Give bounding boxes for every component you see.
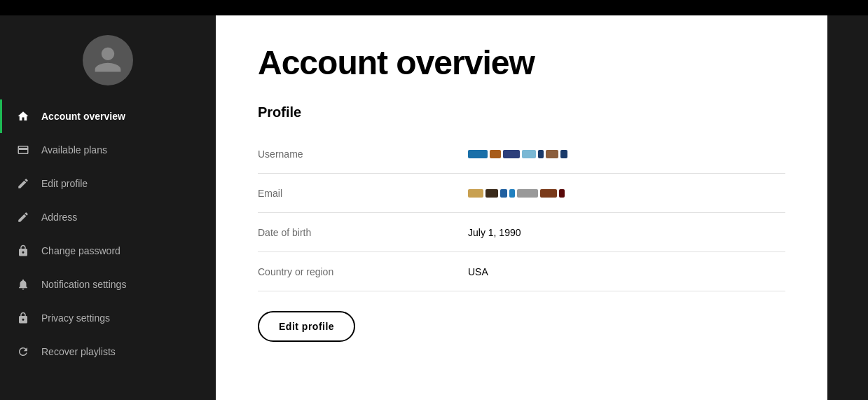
sidebar-item-label: Recover playlists — [41, 346, 116, 357]
email-redacted — [468, 189, 785, 198]
sidebar: Account overview Available plans Edit pr… — [0, 0, 216, 400]
card-icon — [16, 143, 30, 157]
top-bar — [0, 0, 868, 15]
sidebar-item-address[interactable]: Address — [0, 200, 216, 234]
country-row: Country or region USA — [258, 252, 785, 291]
sidebar-item-edit-profile[interactable]: Edit profile — [0, 167, 216, 200]
avatar — [83, 35, 133, 85]
redacted-block — [540, 189, 557, 198]
sidebar-item-label: Change password — [41, 245, 120, 256]
sidebar-item-available-plans[interactable]: Available plans — [0, 133, 216, 167]
dob-value: July 1, 1990 — [468, 227, 785, 238]
redacted-block — [538, 150, 544, 158]
email-value — [468, 189, 785, 198]
sidebar-item-recover-playlists[interactable]: Recover playlists — [0, 335, 216, 368]
address-pen-icon — [16, 210, 30, 224]
edit-profile-button[interactable]: Edit profile — [258, 311, 355, 342]
redacted-block — [503, 150, 520, 158]
sidebar-item-label: Privacy settings — [41, 312, 110, 324]
redacted-block — [546, 150, 558, 158]
dob-label: Date of birth — [258, 227, 468, 238]
sidebar-navigation: Account overview Available plans Edit pr… — [0, 99, 216, 368]
privacy-lock-icon — [16, 311, 30, 325]
user-icon — [92, 45, 123, 76]
redacted-block — [500, 189, 507, 198]
email-row: Email — [258, 174, 785, 213]
country-label: Country or region — [258, 266, 468, 277]
right-panel — [827, 15, 868, 400]
redacted-block — [485, 189, 498, 198]
redacted-block — [522, 150, 536, 158]
sidebar-item-account-overview[interactable]: Account overview — [0, 99, 216, 133]
country-value: USA — [468, 266, 785, 277]
sidebar-item-change-password[interactable]: Change password — [0, 234, 216, 268]
sidebar-item-notification-settings[interactable]: Notification settings — [0, 268, 216, 301]
redacted-block — [559, 189, 565, 198]
sidebar-item-privacy-settings[interactable]: Privacy settings — [0, 301, 216, 335]
username-row: Username — [258, 135, 785, 174]
sidebar-item-label: Edit profile — [41, 178, 88, 189]
username-label: Username — [258, 149, 468, 160]
redacted-block — [468, 189, 483, 198]
lock-icon — [16, 244, 30, 258]
redacted-block — [517, 189, 538, 198]
username-value — [468, 150, 785, 158]
sidebar-item-label: Available plans — [41, 144, 107, 156]
sidebar-item-label: Notification settings — [41, 279, 126, 290]
username-redacted — [468, 150, 785, 158]
page-title: Account overview — [258, 43, 785, 82]
email-label: Email — [258, 188, 468, 199]
pen-icon — [16, 177, 30, 191]
sidebar-item-label: Account overview — [41, 111, 125, 122]
bell-icon — [16, 277, 30, 291]
refresh-icon — [16, 345, 30, 359]
redacted-block — [560, 150, 567, 158]
main-content: Account overview Profile Username Email — [216, 15, 827, 400]
avatar-container — [0, 15, 216, 99]
sidebar-item-label: Address — [41, 212, 77, 223]
home-icon — [16, 109, 30, 123]
redacted-block — [490, 150, 501, 158]
dob-row: Date of birth July 1, 1990 — [258, 213, 785, 252]
redacted-block — [468, 150, 488, 158]
redacted-block — [509, 189, 515, 198]
profile-section-title: Profile — [258, 104, 785, 120]
